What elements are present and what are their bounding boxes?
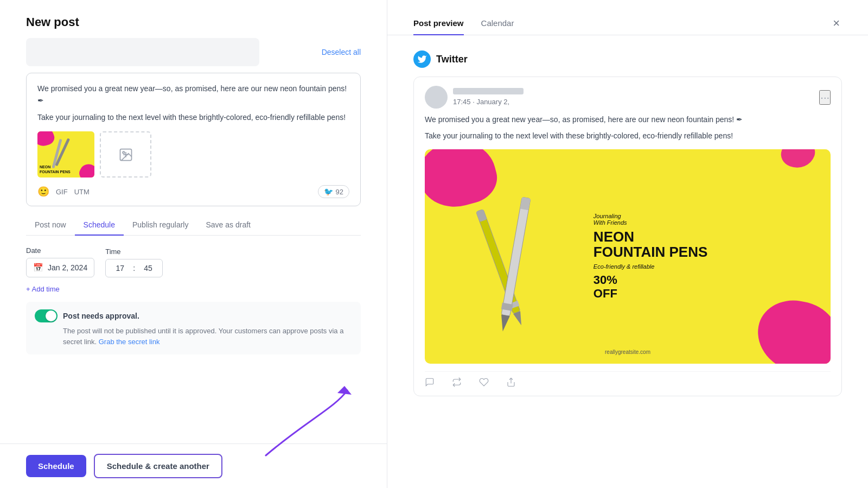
tweet-body-line1: We promised you a great new year—so, as … (425, 114, 831, 126)
svg-marker-12 (499, 314, 510, 332)
image-website: reallygreatsite.com (605, 349, 650, 355)
post-text-line1: We promised you a great new year—so, as … (37, 83, 349, 106)
tweet-date-value: · January 2, (473, 98, 509, 106)
emoji-icon: 🙂 (37, 186, 49, 198)
image-eco: Eco-friendly & refillable (593, 263, 707, 270)
tab-post-preview[interactable]: Post preview (413, 12, 464, 35)
right-panel: Post preview Calendar × Twitter 17:45 (387, 0, 868, 488)
channel-box[interactable] (26, 38, 259, 66)
post-actions: 🙂 GIF UTM 🐦 92 (37, 185, 349, 198)
tweet-card: 17:45 · January 2, ··· We promised you a… (413, 77, 842, 396)
page-title: New post (0, 0, 387, 38)
image-text-area: JournalingWith Friends NEONFOUNTAIN PENS… (593, 213, 707, 301)
utm-button[interactable]: UTM (74, 188, 90, 196)
tab-schedule[interactable]: Schedule (75, 215, 124, 236)
tweet-actions (425, 371, 831, 387)
tweet-username-bar (453, 88, 524, 94)
pink-blob-bottom-right (752, 295, 831, 364)
tweet-share-button[interactable] (506, 377, 516, 387)
add-image-icon (118, 147, 133, 162)
approval-row: Post needs approval. (35, 309, 352, 322)
svg-rect-11 (501, 197, 531, 316)
date-value: Jan 2, 2024 (48, 263, 87, 272)
char-count-value: 92 (336, 188, 343, 196)
approval-description: The post will not be published until it … (63, 326, 352, 347)
pens-illustration (452, 175, 560, 338)
toggle-knob (46, 310, 56, 321)
tweet-time: 17:45 · January 2, (453, 98, 509, 106)
date-input[interactable]: 📅 Jan 2, 2024 (26, 258, 94, 277)
comment-icon (425, 377, 435, 387)
gif-button[interactable]: GIF (56, 188, 68, 196)
date-time-row: Date 📅 Jan 2, 2024 Time : (26, 246, 361, 277)
approval-box: Post needs approval. The post will not b… (26, 302, 361, 354)
tweet-body: We promised you a great new year—so, as … (425, 114, 831, 142)
twitter-icon (413, 50, 431, 68)
preview-content: Twitter 17:45 · January 2, ··· We promis… (387, 35, 868, 488)
time-hour[interactable] (112, 264, 127, 272)
add-image-button[interactable] (100, 131, 151, 178)
post-text[interactable]: We promised you a great new year—so, as … (37, 83, 349, 124)
approval-toggle[interactable] (35, 309, 58, 322)
time-field-group: Time : (105, 248, 163, 277)
image-subtitle: JournalingWith Friends (593, 213, 707, 226)
svg-marker-8 (513, 311, 525, 326)
bottom-bar: Schedule Schedule & create another (0, 443, 387, 488)
time-input[interactable]: : (105, 259, 163, 277)
deselect-all-button[interactable]: Deselect all (322, 48, 361, 56)
pink-blob-top-right (777, 149, 818, 173)
retweet-icon (452, 377, 462, 387)
emoji-button[interactable]: 🙂 (37, 186, 49, 198)
tweet-meta-row: 17:45 · January 2, ··· (425, 86, 831, 109)
add-time-button[interactable]: + Add time (26, 285, 361, 293)
tweet-time-value: 17:45 (453, 98, 471, 106)
image-discount: 30%OFF (593, 273, 707, 301)
twitter-bird-icon (417, 54, 427, 64)
approval-title: Post needs approval. (63, 312, 139, 320)
calendar-icon: 📅 (33, 263, 43, 272)
tweet-more-button[interactable]: ··· (819, 90, 831, 105)
heart-icon (479, 377, 489, 387)
tab-post-now[interactable]: Post now (26, 215, 75, 236)
tweet-meta-info: 17:45 · January 2, (453, 88, 814, 106)
schedule-form: Date 📅 Jan 2, 2024 Time : + Add time (26, 246, 361, 293)
preview-tabs: Post preview Calendar (413, 12, 514, 35)
tab-save-as-draft[interactable]: Save as draft (197, 215, 259, 236)
schedule-create-another-button[interactable]: Schedule & create another (94, 454, 222, 478)
tab-calendar[interactable]: Calendar (481, 12, 514, 35)
tweet-comment-button[interactable] (425, 377, 435, 387)
tweet-like-button[interactable] (479, 377, 489, 387)
time-label: Time (105, 248, 163, 256)
post-text-line2: Take your journaling to the next level w… (37, 112, 349, 124)
tweet-retweet-button[interactable] (452, 377, 462, 387)
twitter-label: Twitter (436, 54, 468, 65)
grab-secret-link[interactable]: Grab the secret link (99, 338, 160, 346)
schedule-tabs: Post now Schedule Publish regularly Save… (26, 215, 361, 236)
schedule-tabs-area: Post now Schedule Publish regularly Save… (26, 215, 361, 293)
tweet-body-line2: Take your journaling to the next level w… (425, 130, 831, 142)
svg-point-3 (123, 151, 125, 154)
post-content-box: We promised you a great new year—so, as … (26, 73, 361, 206)
date-label: Date (26, 246, 94, 255)
tweet-image: JournalingWith Friends NEONFOUNTAIN PENS… (425, 149, 831, 364)
schedule-button[interactable]: Schedule (26, 455, 86, 477)
time-colon: : (132, 264, 136, 272)
close-button[interactable]: × (831, 14, 842, 33)
twitter-header: Twitter (413, 50, 842, 68)
channel-selector: Deselect all (26, 38, 361, 66)
post-images: NEON FOUNTAIN PENS (37, 131, 349, 178)
right-panel-header: Post preview Calendar × (387, 0, 868, 35)
tab-publish-regularly[interactable]: Publish regularly (124, 215, 197, 236)
time-minute[interactable] (141, 264, 156, 272)
post-image-thumb[interactable]: NEON FOUNTAIN PENS (37, 131, 94, 178)
image-title: NEONFOUNTAIN PENS (593, 229, 707, 260)
tweet-avatar (425, 86, 448, 109)
twitter-icon-small: 🐦 (324, 187, 333, 196)
char-count: 🐦 92 (318, 185, 349, 198)
svg-marker-6 (337, 386, 352, 395)
date-field-group: Date 📅 Jan 2, 2024 (26, 246, 94, 277)
left-panel: New post Deselect all We promised you a … (0, 0, 387, 488)
share-icon (506, 377, 516, 387)
neon-pen-thumbnail: NEON FOUNTAIN PENS (37, 131, 94, 178)
